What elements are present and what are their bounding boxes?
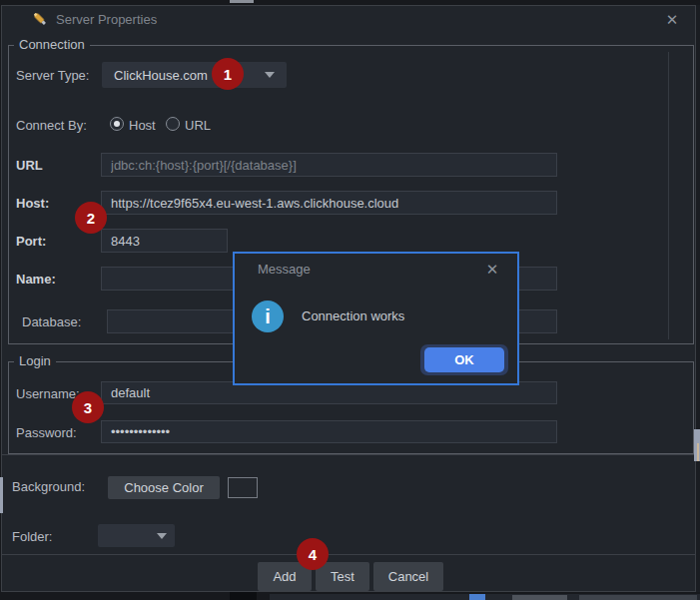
ok-button[interactable]: OK: [424, 347, 504, 372]
folder-dropdown[interactable]: [98, 524, 175, 547]
annotation-badge-2: 2: [75, 202, 107, 234]
host-label: Host:: [16, 196, 49, 211]
section-divider: [2, 454, 697, 455]
ok-button-focus-ring: OK: [420, 344, 508, 375]
name-label: Name:: [16, 272, 56, 287]
choose-color-button[interactable]: Choose Color: [108, 476, 220, 499]
annotation-badge-4: 4: [297, 538, 329, 570]
background-app-fragment: [696, 5, 700, 592]
username-label: Username:: [16, 386, 80, 401]
background-checkbox-fragment: [469, 594, 485, 600]
url-input[interactable]: [101, 153, 557, 177]
screen: Server Properties ✕ Connection Server Ty…: [0, 0, 700, 600]
dialog-title: Server Properties: [56, 12, 157, 27]
annotation-badge-3: 3: [72, 391, 104, 423]
cancel-button[interactable]: Cancel: [373, 562, 443, 591]
background-app-fragment: [230, 592, 257, 600]
background-text-fragment: [579, 595, 697, 600]
radio-url-label[interactable]: URL: [185, 118, 211, 133]
port-input[interactable]: [101, 229, 228, 253]
dialog-close-icon[interactable]: ✕: [662, 10, 682, 30]
port-label: Port:: [16, 234, 46, 249]
host-input[interactable]: [101, 191, 557, 215]
connection-group-label: Connection: [14, 37, 90, 52]
database-label: Database:: [22, 314, 81, 329]
radio-host-label[interactable]: Host: [129, 118, 156, 133]
server-type-label: Server Type:: [16, 68, 89, 83]
message-dialog-close-icon[interactable]: ✕: [482, 260, 502, 280]
divider: [668, 52, 669, 339]
radio-url[interactable]: [166, 117, 180, 131]
message-dialog: Message ✕ i Connection works OK: [233, 252, 519, 385]
login-group-label: Login: [14, 353, 56, 368]
info-icon: i: [252, 300, 284, 332]
message-text: Connection works: [302, 308, 404, 323]
annotation-badge-1: 1: [212, 58, 244, 90]
background-app-fragment: [697, 443, 699, 461]
password-label: Password:: [16, 425, 77, 440]
footer-divider: [2, 554, 697, 555]
url-label: URL: [16, 158, 43, 173]
message-dialog-title: Message: [258, 262, 311, 277]
server-type-dropdown[interactable]: ClickHouse.com: [102, 62, 287, 88]
chevron-down-icon: [157, 533, 167, 539]
background-app-fragment: [230, 0, 254, 3]
background-label: Background:: [12, 479, 85, 494]
server-properties-icon: [31, 10, 49, 28]
background-app-fragment: [0, 477, 3, 513]
chevron-down-icon: [265, 72, 275, 78]
radio-host[interactable]: [110, 117, 124, 131]
background-text-fragment: [512, 595, 567, 600]
password-input[interactable]: [101, 420, 557, 443]
radio-dot: [114, 121, 120, 127]
connect-by-label: Connect By:: [16, 118, 87, 133]
folder-label: Folder:: [12, 529, 52, 544]
test-button[interactable]: Test: [316, 562, 369, 591]
color-swatch[interactable]: [228, 477, 258, 498]
